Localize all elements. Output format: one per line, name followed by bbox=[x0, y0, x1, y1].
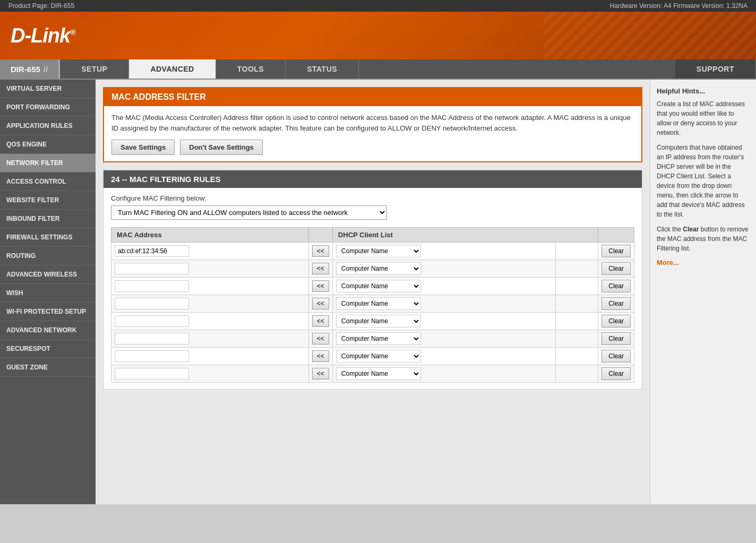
arrow-button-6[interactable]: << bbox=[312, 350, 329, 362]
arrow-button-0[interactable]: << bbox=[312, 245, 329, 257]
arrow-cell: << bbox=[308, 295, 332, 313]
nav-tabs: DIR-655 SETUP ADVANCED TOOLS STATUS SUPP… bbox=[0, 59, 756, 80]
dhcp-select-2[interactable]: Computer Name bbox=[336, 280, 421, 292]
dhcp-select-6[interactable]: Computer Name bbox=[336, 350, 421, 363]
mac-address-input-3[interactable] bbox=[115, 298, 189, 309]
mac-address-cell bbox=[111, 260, 309, 278]
sidebar-item-routing[interactable]: ROUTING bbox=[0, 247, 96, 265]
sidebar-item-network-filter[interactable]: NETWORK FILTER bbox=[0, 154, 96, 173]
clear-cell: Clear bbox=[598, 243, 634, 260]
clear-button-5[interactable]: Clear bbox=[602, 332, 631, 345]
dhcp-select-0[interactable]: Computer Name bbox=[336, 245, 421, 257]
arrow-cell: << bbox=[308, 278, 332, 295]
sidebar-item-virtual-server[interactable]: VIRTUAL SERVER bbox=[0, 80, 96, 98]
arrow-button-5[interactable]: << bbox=[312, 333, 329, 344]
clear-button-6[interactable]: Clear bbox=[602, 350, 631, 363]
mac-address-input-0[interactable] bbox=[115, 245, 189, 257]
product-info: Product Page: DIR-655 bbox=[8, 2, 74, 10]
arrow-cell: << bbox=[308, 330, 332, 348]
sidebar-item-guest-zone[interactable]: GUEST ZONE bbox=[0, 358, 96, 377]
clear-button-1[interactable]: Clear bbox=[602, 262, 631, 275]
clear-button-3[interactable]: Clear bbox=[602, 297, 631, 310]
arrow-button-1[interactable]: << bbox=[312, 263, 329, 274]
dhcp-select-4[interactable]: Computer Name bbox=[336, 315, 421, 327]
mac-address-cell bbox=[111, 365, 309, 383]
sidebar-item-wifi-protected-setup[interactable]: WI-FI PROTECTED SETUP bbox=[0, 303, 96, 321]
mac-address-cell bbox=[111, 330, 309, 348]
dlink-logo: D-Link® bbox=[11, 24, 75, 47]
mac-filtering-dropdown[interactable]: Turn MAC Filtering ON and ALLOW computer… bbox=[111, 205, 387, 220]
sidebar-item-wish[interactable]: WISH bbox=[0, 284, 96, 303]
sidebar-item-website-filter[interactable]: WEBSITE FILTER bbox=[0, 191, 96, 210]
tab-setup[interactable]: SETUP bbox=[60, 59, 129, 79]
rules-title: 24 -- MAC FILTERING RULES bbox=[104, 170, 642, 188]
table-row: <<Computer NameClear bbox=[111, 243, 634, 260]
dhcp-cell: Computer Name bbox=[332, 348, 555, 365]
mac-address-cell bbox=[111, 295, 309, 313]
sidebar-item-port-forwarding[interactable]: PORT FORWARDING bbox=[0, 98, 96, 117]
mac-address-input-2[interactable] bbox=[115, 280, 189, 292]
hints-title: Helpful Hints... bbox=[657, 87, 750, 95]
dhcp-cell: Computer Name bbox=[332, 313, 555, 330]
mac-address-input-1[interactable] bbox=[115, 263, 189, 274]
sidebar-item-securespot[interactable]: SECURESPOT bbox=[0, 340, 96, 358]
spacer-cell bbox=[556, 243, 598, 260]
version-info: Hardware Version: A4 Firmware Version: 1… bbox=[610, 2, 748, 10]
clear-button-2[interactable]: Clear bbox=[602, 280, 631, 292]
tab-support[interactable]: SUPPORT bbox=[675, 59, 756, 79]
dhcp-cell: Computer Name bbox=[332, 365, 555, 383]
spacer-cell bbox=[556, 365, 598, 383]
arrow-button-7[interactable]: << bbox=[312, 368, 329, 380]
dhcp-select-1[interactable]: Computer Name bbox=[336, 262, 421, 275]
dir-label: DIR-655 bbox=[0, 59, 60, 79]
mac-address-cell bbox=[111, 348, 309, 365]
clear-button-0[interactable]: Clear bbox=[602, 245, 631, 257]
tab-advanced[interactable]: ADVANCED bbox=[129, 59, 216, 79]
clear-cell: Clear bbox=[598, 278, 634, 295]
mac-filter-buttons: Save Settings Don't Save Settings bbox=[111, 140, 634, 155]
sidebar-item-firewall-settings[interactable]: FIREWALL SETTINGS bbox=[0, 228, 96, 247]
mac-address-input-6[interactable] bbox=[115, 350, 189, 362]
save-settings-button[interactable]: Save Settings bbox=[111, 140, 175, 155]
sidebar-item-application-rules[interactable]: APPLICATION RULES bbox=[0, 117, 96, 135]
sidebar-item-qos-engine[interactable]: QOS ENGINE bbox=[0, 135, 96, 154]
dhcp-select-3[interactable]: Computer Name bbox=[336, 297, 421, 310]
table-row: <<Computer NameClear bbox=[111, 260, 634, 278]
sidebar: VIRTUAL SERVER PORT FORWARDING APPLICATI… bbox=[0, 80, 96, 504]
tab-tools[interactable]: TOOLS bbox=[216, 59, 286, 79]
sidebar-item-advanced-wireless[interactable]: ADVANCED WIRELESS bbox=[0, 265, 96, 284]
header: D-Link® bbox=[0, 12, 756, 59]
arrow-button-4[interactable]: << bbox=[312, 315, 329, 327]
mac-address-input-5[interactable] bbox=[115, 333, 189, 344]
clear-cell: Clear bbox=[598, 313, 634, 330]
clear-cell: Clear bbox=[598, 330, 634, 348]
spacer-cell bbox=[556, 348, 598, 365]
spacer-cell bbox=[556, 295, 598, 313]
spacer-cell bbox=[556, 313, 598, 330]
arrow-button-2[interactable]: << bbox=[312, 280, 329, 292]
sidebar-item-inbound-filter[interactable]: INBOUND FILTER bbox=[0, 210, 96, 228]
table-row: <<Computer NameClear bbox=[111, 295, 634, 313]
dhcp-select-5[interactable]: Computer Name bbox=[336, 332, 421, 345]
arrow-cell: << bbox=[308, 313, 332, 330]
sidebar-item-access-control[interactable]: ACCESS CONTROL bbox=[0, 173, 96, 191]
hints-more-link[interactable]: More... bbox=[657, 258, 750, 266]
sidebar-item-advanced-network[interactable]: ADVANCED NETWORK bbox=[0, 321, 96, 340]
arrow-button-3[interactable]: << bbox=[312, 298, 329, 309]
mac-address-cell bbox=[111, 313, 309, 330]
mac-address-input-4[interactable] bbox=[115, 315, 189, 327]
content-area: MAC ADDRESS FILTER The MAC (Media Access… bbox=[96, 80, 650, 504]
mac-filter-title: MAC ADDRESS FILTER bbox=[104, 88, 641, 106]
dhcp-cell: Computer Name bbox=[332, 278, 555, 295]
clear-button-4[interactable]: Clear bbox=[602, 315, 631, 327]
rules-body: Configure MAC Filtering below: Turn MAC … bbox=[104, 188, 642, 389]
mac-address-input-7[interactable] bbox=[115, 368, 189, 380]
tab-status[interactable]: STATUS bbox=[286, 59, 359, 79]
dont-save-settings-button[interactable]: Don't Save Settings bbox=[180, 140, 263, 155]
arrow-cell: << bbox=[308, 348, 332, 365]
dhcp-select-7[interactable]: Computer Name bbox=[336, 367, 421, 380]
arrow-cell: << bbox=[308, 260, 332, 278]
col-dhcp-client-list: DHCP Client List bbox=[332, 228, 598, 243]
clear-button-7[interactable]: Clear bbox=[602, 367, 631, 380]
mac-filter-body: The MAC (Media Access Controller) Addres… bbox=[104, 106, 641, 161]
